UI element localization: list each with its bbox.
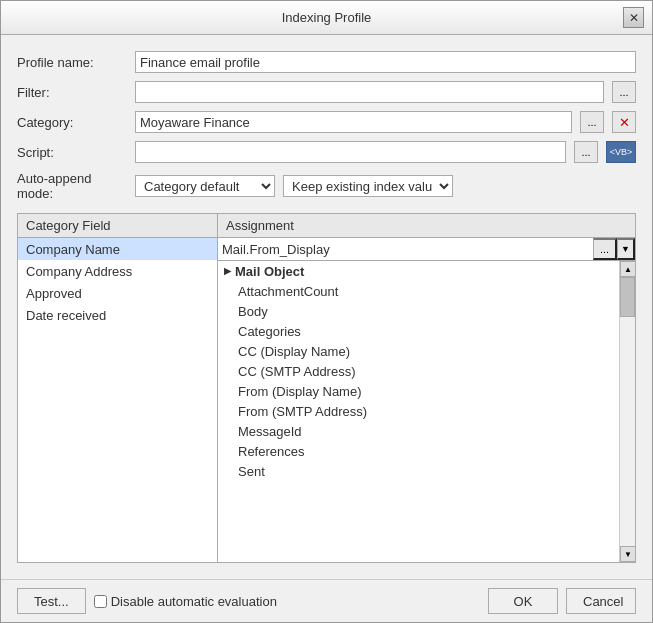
- dropdown-item[interactable]: CC (Display Name): [218, 341, 619, 361]
- auto-append-select[interactable]: Category default: [135, 175, 275, 197]
- scroll-down-button[interactable]: ▼: [620, 546, 635, 562]
- dialog-window: Indexing Profile ✕ Profile name: Filter:…: [0, 0, 653, 623]
- table-right-col: ... ▼ ▶ Mail Object AttachmentCount Body: [218, 238, 635, 562]
- table-body: Company Name Company Address Approved Da…: [18, 238, 635, 562]
- category-clear-button[interactable]: ✕: [612, 111, 636, 133]
- auto-append-row: Auto-append mode: Category default Keep …: [17, 171, 636, 201]
- script-vb-button[interactable]: <VB>: [606, 141, 636, 163]
- dialog-body: Profile name: Filter: ... Category: ... …: [1, 35, 652, 579]
- category-dots-button[interactable]: ...: [580, 111, 604, 133]
- disable-evaluation-checkbox[interactable]: [94, 595, 107, 608]
- ok-button[interactable]: OK: [488, 588, 558, 614]
- dropdown-panel: ▶ Mail Object AttachmentCount Body Categ…: [218, 261, 619, 562]
- dropdown-item[interactable]: MessageId: [218, 421, 619, 441]
- category-label: Category:: [17, 115, 127, 130]
- disable-evaluation-label[interactable]: Disable automatic evaluation: [94, 594, 277, 609]
- scroll-up-button[interactable]: ▲: [620, 261, 635, 277]
- table-header: Category Field Assignment: [18, 214, 635, 238]
- filter-label: Filter:: [17, 85, 127, 100]
- filter-dots-button[interactable]: ...: [612, 81, 636, 103]
- profile-name-label: Profile name:: [17, 55, 127, 70]
- profile-name-row: Profile name:: [17, 51, 636, 73]
- table-row[interactable]: Company Address: [18, 260, 217, 282]
- dropdown-item[interactable]: From (SMTP Address): [218, 401, 619, 421]
- script-row: Script: ... <VB>: [17, 141, 636, 163]
- auto-append-label: Auto-append mode:: [17, 171, 127, 201]
- dialog-title: Indexing Profile: [30, 10, 623, 25]
- cancel-button[interactable]: Cancel: [566, 588, 636, 614]
- dropdown-item[interactable]: References: [218, 441, 619, 461]
- profile-name-input[interactable]: [135, 51, 636, 73]
- category-input[interactable]: [135, 111, 572, 133]
- test-button[interactable]: Test...: [17, 588, 86, 614]
- script-label: Script:: [17, 145, 127, 160]
- script-dots-button[interactable]: ...: [574, 141, 598, 163]
- keep-values-select[interactable]: Keep existing index values: [283, 175, 453, 197]
- dropdown-item[interactable]: CC (SMTP Address): [218, 361, 619, 381]
- dropdown-group-header[interactable]: ▶ Mail Object: [218, 261, 619, 281]
- dialog-footer: Test... Disable automatic evaluation OK …: [1, 579, 652, 622]
- expand-icon: ▶: [224, 266, 231, 276]
- dropdown-item[interactable]: Sent: [218, 461, 619, 481]
- assignment-table: Category Field Assignment Company Name C…: [17, 213, 636, 563]
- group-label: Mail Object: [235, 264, 304, 279]
- scrollbar[interactable]: ▲ ▼: [619, 261, 635, 562]
- dropdown-item[interactable]: From (Display Name): [218, 381, 619, 401]
- dropdown-area: ▶ Mail Object AttachmentCount Body Categ…: [218, 261, 635, 562]
- col1-header: Category Field: [18, 214, 218, 237]
- disable-evaluation-text: Disable automatic evaluation: [111, 594, 277, 609]
- assignment-dropdown-button[interactable]: ▼: [617, 238, 635, 260]
- table-row[interactable]: Approved: [18, 282, 217, 304]
- col2-header: Assignment: [218, 214, 635, 237]
- table-row[interactable]: Company Name: [18, 238, 217, 260]
- table-left-col: Company Name Company Address Approved Da…: [18, 238, 218, 562]
- scroll-track: [620, 277, 635, 546]
- assignment-input-row: ... ▼: [218, 238, 635, 261]
- dropdown-item[interactable]: Categories: [218, 321, 619, 341]
- script-input[interactable]: [135, 141, 566, 163]
- category-row: Category: ... ✕: [17, 111, 636, 133]
- assignment-input[interactable]: [218, 238, 593, 260]
- table-row[interactable]: Date received: [18, 304, 217, 326]
- dropdown-item[interactable]: Body: [218, 301, 619, 321]
- filter-row: Filter: ...: [17, 81, 636, 103]
- filter-input[interactable]: [135, 81, 604, 103]
- scroll-thumb[interactable]: [620, 277, 635, 317]
- dropdown-item[interactable]: AttachmentCount: [218, 281, 619, 301]
- title-bar: Indexing Profile ✕: [1, 1, 652, 35]
- close-button[interactable]: ✕: [623, 7, 644, 28]
- assignment-dots-button[interactable]: ...: [593, 238, 617, 260]
